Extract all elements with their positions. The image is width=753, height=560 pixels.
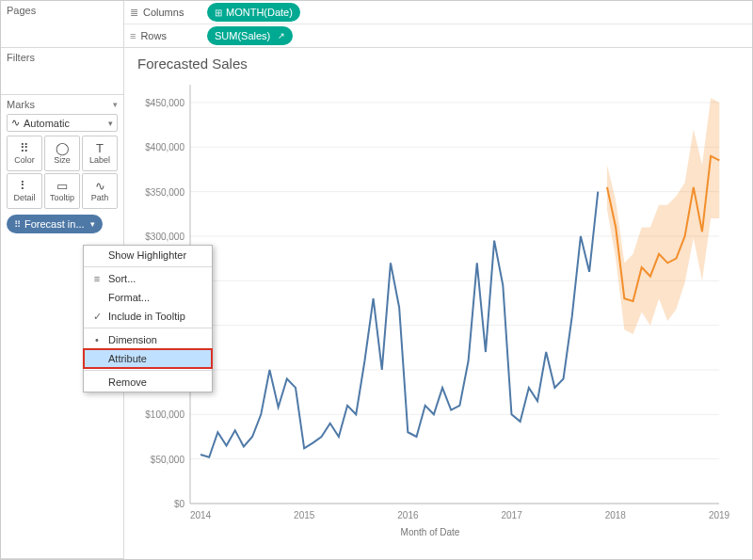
- automatic-line-icon: ∿: [11, 117, 20, 129]
- menu-item-show-highlighter[interactable]: Show Highlighter: [84, 246, 212, 264]
- menu-item-remove[interactable]: Remove: [84, 373, 212, 392]
- chevron-down-icon: ▾: [108, 119, 113, 128]
- columns-pill-label: MONTH(Date): [226, 7, 293, 18]
- columns-label: Columns: [143, 7, 184, 18]
- size-icon: ◯: [56, 142, 70, 154]
- menu-item-include-in-tooltip[interactable]: ✓Include in Tooltip: [84, 307, 212, 326]
- columns-pill-month-date[interactable]: ⊞ MONTH(Date): [207, 3, 300, 22]
- path-icon: ∿: [95, 180, 105, 192]
- mark-detail-button[interactable]: ⠇Detail: [7, 173, 42, 209]
- pages-shelf[interactable]: Pages: [1, 1, 123, 48]
- x-tick-label: 2019: [709, 510, 729, 520]
- forecast-pill-label: Forecast in...: [24, 218, 85, 230]
- marks-label: Marks: [7, 99, 35, 110]
- x-tick-label: 2014: [190, 510, 211, 520]
- mark-type-dropdown[interactable]: ∿ Automatic ▾: [7, 114, 118, 132]
- mark-color-button[interactable]: ⠿Color: [7, 136, 42, 171]
- color-legend-icon: ⠿: [14, 219, 21, 230]
- pages-label: Pages: [7, 5, 118, 16]
- mark-size-button[interactable]: ◯Size: [44, 136, 80, 171]
- menu-item-dimension[interactable]: •Dimension: [84, 330, 212, 349]
- filters-label: Filters: [7, 52, 118, 63]
- y-tick-label: $50,000: [151, 454, 184, 464]
- rows-shelf[interactable]: ≡Rows SUM(Sales) ↗: [124, 24, 752, 47]
- y-tick-label: $0: [174, 499, 184, 509]
- menu-item-sort[interactable]: ≡Sort...: [84, 269, 212, 288]
- y-tick-label: $350,000: [145, 186, 184, 197]
- label-icon: T: [96, 142, 104, 154]
- y-tick-label: $300,000: [145, 231, 184, 241]
- viz-title[interactable]: Forecasted Sales: [137, 56, 743, 72]
- forecast-indicator-pill[interactable]: ⠿ Forecast in... ▾: [7, 215, 103, 233]
- forecast-line-chart[interactable]: $0$50,000$100,000$150,000$200,000$250,00…: [134, 75, 727, 536]
- columns-icon: ≣: [130, 7, 138, 19]
- detail-icon: ⠇: [20, 180, 29, 192]
- forecast-badge-icon: ↗: [278, 31, 285, 40]
- x-tick-label: 2015: [294, 510, 314, 520]
- mark-tooltip-button[interactable]: ▭Tooltip: [44, 173, 80, 209]
- x-tick-label: 2018: [605, 510, 626, 520]
- y-tick-label: $400,000: [145, 142, 184, 152]
- rows-icon: ≡: [130, 30, 136, 41]
- x-axis-title: Month of Date: [401, 527, 460, 537]
- x-tick-label: 2016: [397, 510, 418, 520]
- columns-shelf[interactable]: ≣Columns ⊞ MONTH(Date): [124, 1, 752, 24]
- y-tick-label: $100,000: [145, 409, 184, 420]
- menu-item-format[interactable]: Format...: [84, 288, 212, 307]
- rows-pill-label: SUM(Sales): [215, 30, 270, 41]
- color-icon: ⠿: [20, 142, 29, 154]
- pill-context-menu: Show Highlighter≡Sort...Format...✓Includ…: [83, 245, 213, 392]
- rows-pill-sum-sales[interactable]: SUM(Sales) ↗: [207, 26, 293, 45]
- marks-collapse-icon[interactable]: ▾: [113, 100, 118, 109]
- chevron-down-icon: ▾: [90, 219, 95, 229]
- x-tick-label: 2017: [501, 510, 521, 520]
- mark-type-label: Automatic: [24, 118, 70, 129]
- rows-label: Rows: [140, 30, 167, 41]
- y-tick-label: $450,000: [145, 97, 184, 107]
- menu-item-attribute[interactable]: Attribute: [84, 349, 212, 368]
- tooltip-icon: ▭: [56, 180, 68, 192]
- filters-shelf[interactable]: Filters: [1, 48, 123, 95]
- mark-label-button[interactable]: TLabel: [82, 136, 118, 171]
- date-plus-icon: ⊞: [215, 8, 222, 18]
- mark-path-button[interactable]: ∿Path: [82, 173, 118, 209]
